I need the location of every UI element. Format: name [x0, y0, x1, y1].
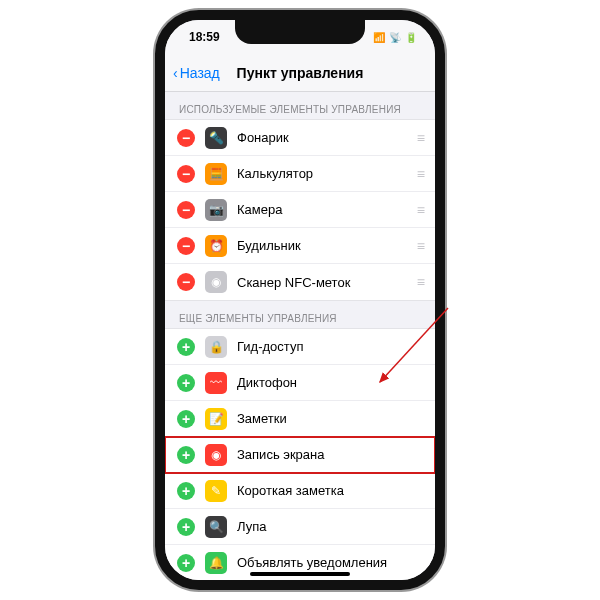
control-label: Объявлять уведомления: [237, 555, 423, 570]
app-icon: 🔔: [205, 552, 227, 574]
control-label: Сканер NFC-меток: [237, 275, 407, 290]
wifi-icon: 📡: [389, 32, 401, 43]
app-icon: ⏰: [205, 235, 227, 257]
control-row: +🔒Гид-доступ: [165, 329, 435, 365]
page-title: Пункт управления: [237, 65, 364, 81]
control-row: −📷Камера≡: [165, 192, 435, 228]
control-row: +✎Короткая заметка: [165, 473, 435, 509]
back-button[interactable]: ‹ Назад: [173, 65, 220, 81]
remove-button[interactable]: −: [177, 165, 195, 183]
control-label: Запись экрана: [237, 447, 423, 462]
add-button[interactable]: +: [177, 554, 195, 572]
control-row: −🧮Калькулятор≡: [165, 156, 435, 192]
phone-frame: 18:59 📶 📡 🔋 ‹ Назад Пункт управления ИСП…: [155, 10, 445, 590]
control-row: +📝Заметки: [165, 401, 435, 437]
control-label: Лупа: [237, 519, 423, 534]
nav-bar: ‹ Назад Пункт управления: [165, 54, 435, 92]
status-time: 18:59: [189, 30, 220, 44]
add-button[interactable]: +: [177, 482, 195, 500]
section-header-included: ИСПОЛЬЗУЕМЫЕ ЭЛЕМЕНТЫ УПРАВЛЕНИЯ: [165, 92, 435, 119]
add-button[interactable]: +: [177, 446, 195, 464]
app-icon: 🔦: [205, 127, 227, 149]
app-icon: ✎: [205, 480, 227, 502]
control-label: Заметки: [237, 411, 423, 426]
control-label: Короткая заметка: [237, 483, 423, 498]
control-label: Гид-доступ: [237, 339, 423, 354]
control-row: −◉Сканер NFC-меток≡: [165, 264, 435, 300]
add-button[interactable]: +: [177, 374, 195, 392]
control-row: −🔦Фонарик≡: [165, 120, 435, 156]
app-icon: 🧮: [205, 163, 227, 185]
drag-handle-icon[interactable]: ≡: [417, 238, 423, 254]
app-icon: ◉: [205, 444, 227, 466]
remove-button[interactable]: −: [177, 201, 195, 219]
remove-button[interactable]: −: [177, 237, 195, 255]
control-label: Будильник: [237, 238, 407, 253]
battery-icon: 🔋: [405, 32, 417, 43]
control-row: +🔍Лупа: [165, 509, 435, 545]
add-button[interactable]: +: [177, 338, 195, 356]
app-icon: 〰: [205, 372, 227, 394]
remove-button[interactable]: −: [177, 273, 195, 291]
more-list: +🔒Гид-доступ+〰Диктофон+📝Заметки+◉Запись …: [165, 328, 435, 580]
drag-handle-icon[interactable]: ≡: [417, 130, 423, 146]
control-label: Камера: [237, 202, 407, 217]
control-label: Фонарик: [237, 130, 407, 145]
status-indicators: 📶 📡 🔋: [373, 32, 417, 43]
notch: [235, 20, 365, 44]
drag-handle-icon[interactable]: ≡: [417, 274, 423, 290]
add-button[interactable]: +: [177, 518, 195, 536]
app-icon: ◉: [205, 271, 227, 293]
chevron-left-icon: ‹: [173, 65, 178, 81]
app-icon: 🔍: [205, 516, 227, 538]
app-icon: 📝: [205, 408, 227, 430]
control-row: +〰Диктофон: [165, 365, 435, 401]
add-button[interactable]: +: [177, 410, 195, 428]
app-icon: 🔒: [205, 336, 227, 358]
control-label: Калькулятор: [237, 166, 407, 181]
content-scroll[interactable]: ИСПОЛЬЗУЕМЫЕ ЭЛЕМЕНТЫ УПРАВЛЕНИЯ −🔦Фонар…: [165, 92, 435, 580]
app-icon: 📷: [205, 199, 227, 221]
control-row: +◉Запись экрана: [165, 437, 435, 473]
home-indicator[interactable]: [250, 572, 350, 576]
drag-handle-icon[interactable]: ≡: [417, 166, 423, 182]
control-label: Диктофон: [237, 375, 423, 390]
drag-handle-icon[interactable]: ≡: [417, 202, 423, 218]
included-list: −🔦Фонарик≡−🧮Калькулятор≡−📷Камера≡−⏰Будил…: [165, 119, 435, 301]
section-header-more: ЕЩЕ ЭЛЕМЕНТЫ УПРАВЛЕНИЯ: [165, 301, 435, 328]
signal-icon: 📶: [373, 32, 385, 43]
remove-button[interactable]: −: [177, 129, 195, 147]
control-row: −⏰Будильник≡: [165, 228, 435, 264]
back-label: Назад: [180, 65, 220, 81]
